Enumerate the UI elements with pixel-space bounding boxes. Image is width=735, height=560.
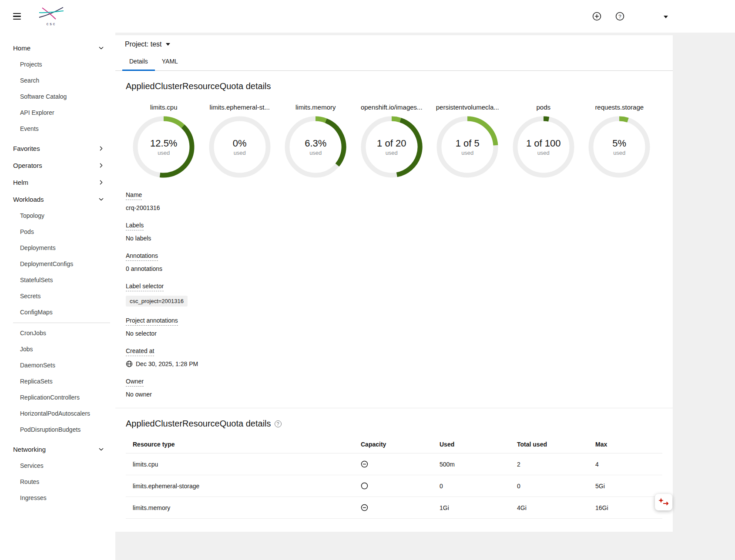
details-fields: Namecrq-2001316LabelsNo labelsAnnotation…	[126, 191, 662, 398]
svg-text:?: ?	[618, 14, 621, 19]
gauge-sub: used	[158, 150, 170, 156]
cell-capacity	[354, 497, 433, 519]
sidebar-section-label: Home	[13, 44, 30, 52]
field-label-annotations[interactable]: Annotations	[126, 252, 158, 261]
sidebar-section-operators[interactable]: Operators	[0, 157, 115, 174]
sidebar-section-networking[interactable]: Networking	[0, 441, 115, 458]
sidebar-item-secrets[interactable]: Secrets	[0, 288, 115, 304]
field-label-created-at[interactable]: Created at	[126, 347, 154, 356]
gauge-title: limits.memory	[295, 103, 336, 111]
column-header-total-used: Total used	[510, 436, 588, 453]
main-area: Project: test DetailsYAML AppliedCluster…	[115, 33, 735, 560]
gauge-sub: used	[613, 150, 625, 156]
gauge-title: limits.cpu	[150, 103, 178, 111]
donut-chart: 5%used	[587, 115, 651, 179]
gauge-sub: used	[309, 150, 322, 156]
gauge-sub: used	[386, 150, 398, 156]
plus-circle-icon[interactable]	[591, 10, 603, 23]
field-name: Namecrq-2001316	[126, 191, 662, 211]
field-label-labels[interactable]: Labels	[126, 222, 144, 230]
caret-down-icon	[166, 43, 170, 46]
assistant-launcher-button[interactable]	[655, 494, 672, 510]
user-menu-caret-down-icon[interactable]	[661, 10, 671, 22]
sidebar-item-configmaps[interactable]: ConfigMaps	[0, 304, 115, 320]
sidebar-item-jobs[interactable]: Jobs	[0, 341, 115, 357]
help-icon[interactable]: ?	[275, 420, 282, 427]
field-label-name[interactable]: Name	[126, 191, 142, 200]
sidebar-item-software-catalog[interactable]: Software Catalog	[0, 89, 115, 105]
sidebar-divider	[13, 323, 110, 323]
sidebar-section-items: ServicesRoutesIngresses	[0, 458, 115, 506]
tab-yaml[interactable]: YAML	[155, 54, 185, 70]
sidebar-section-favorites[interactable]: Favorites	[0, 140, 115, 157]
field-label-project-annotations[interactable]: Project annotations	[126, 317, 178, 326]
project-selector-label: Project: test	[125, 40, 161, 48]
cell-total-used: 2	[510, 453, 588, 475]
sidebar-item-pods[interactable]: Pods	[0, 224, 115, 240]
gauge-sub: used	[461, 150, 473, 156]
field-value-owner: No owner	[126, 391, 662, 398]
field-label-label-selector[interactable]: Label selector	[126, 283, 164, 291]
nav-toggle-button[interactable]	[10, 10, 23, 23]
project-selector[interactable]: Project: test	[125, 40, 170, 48]
sidebar-section-workloads[interactable]: Workloads	[0, 191, 115, 208]
circled-minus-icon	[361, 504, 426, 511]
column-header-capacity: Capacity	[354, 436, 433, 453]
sidebar-item-poddisruptionbudgets[interactable]: PodDisruptionBudgets	[0, 422, 115, 438]
csc-logo[interactable]: csc	[38, 7, 64, 26]
field-label-owner[interactable]: Owner	[126, 378, 144, 387]
donut-center-label: 1 of 100used	[512, 115, 575, 179]
sidebar-item-api-explorer[interactable]: API Explorer	[0, 105, 115, 121]
sidebar-item-deploymentconfigs[interactable]: DeploymentConfigs	[0, 256, 115, 272]
sidebar-item-services[interactable]: Services	[0, 458, 115, 474]
quota-gauge-pods: pods1 of 100used	[506, 103, 582, 179]
masthead: csc ?	[0, 0, 735, 33]
sidebar-section-home[interactable]: Home	[0, 40, 115, 57]
donut-center-label: 6.3%used	[284, 115, 347, 179]
column-header-used: Used	[433, 436, 510, 453]
cell-resource-type: limits.cpu	[126, 453, 354, 475]
details-section: AppliedClusterResourceQuota details limi…	[115, 71, 673, 398]
sidebar-item-topology[interactable]: Topology	[0, 208, 115, 224]
donut-center-label: 1 of 5used	[436, 115, 499, 179]
sidebar-item-statefulsets[interactable]: StatefulSets	[0, 272, 115, 288]
sidebar-item-cronjobs[interactable]: CronJobs	[0, 325, 115, 341]
field-label-selector: Label selectorcsc_project=2001316	[126, 282, 662, 307]
cell-capacity	[354, 475, 433, 497]
column-header-max: Max	[588, 436, 662, 453]
sidebar-section-label: Operators	[13, 162, 42, 169]
sidebar-item-horizontalpodautoscalers[interactable]: HorizontalPodAutoscalers	[0, 406, 115, 422]
help-icon[interactable]: ?	[614, 10, 626, 23]
cell-used: 500m	[433, 453, 510, 475]
cell-capacity	[354, 453, 433, 475]
sidebar-section-label: Helm	[13, 179, 28, 186]
cell-total-used: 0	[510, 475, 588, 497]
cell-used: 0	[433, 475, 510, 497]
sidebar-item-replicationcontrollers[interactable]: ReplicationControllers	[0, 390, 115, 406]
sidebar-item-events[interactable]: Events	[0, 121, 115, 137]
sidebar-item-routes[interactable]: Routes	[0, 474, 115, 490]
sidebar-item-projects[interactable]: Projects	[0, 57, 115, 73]
sidebar-item-deployments[interactable]: Deployments	[0, 240, 115, 256]
gauge-sub: used	[537, 150, 550, 156]
quota-table: Resource typeCapacityUsedTotal usedMax l…	[126, 436, 662, 519]
quota-table-head-row: Resource typeCapacityUsedTotal usedMax	[126, 436, 662, 453]
cell-max: 5Gi	[588, 475, 662, 497]
tab-details[interactable]: Details	[122, 54, 155, 70]
gauge-value: 1 of 100	[526, 138, 561, 149]
gauge-title: pods	[536, 103, 550, 111]
sidebar-item-search[interactable]: Search	[0, 73, 115, 89]
sidebar-item-daemonsets[interactable]: DaemonSets	[0, 357, 115, 373]
table-row: limits.ephemeral-storage005Gi	[126, 475, 662, 497]
sidebar-section-helm[interactable]: Helm	[0, 174, 115, 191]
sidebar-item-replicasets[interactable]: ReplicaSets	[0, 373, 115, 390]
project-bar: Project: test	[115, 35, 673, 48]
table-row: limits.cpu500m24	[126, 453, 662, 475]
donut-center-label: 12.5%used	[132, 115, 195, 179]
field-project-annotations: Project annotationsNo selector	[126, 317, 662, 337]
sidebar-section-items: TopologyPodsDeploymentsDeploymentConfigs…	[0, 208, 115, 438]
field-value-project-annotations: No selector	[126, 330, 662, 337]
details-heading: AppliedClusterResourceQuota details	[126, 81, 662, 91]
quota-gauge-persistentvolumecla: persistentvolumecla...1 of 5used	[430, 103, 506, 179]
sidebar-item-ingresses[interactable]: Ingresses	[0, 490, 115, 506]
